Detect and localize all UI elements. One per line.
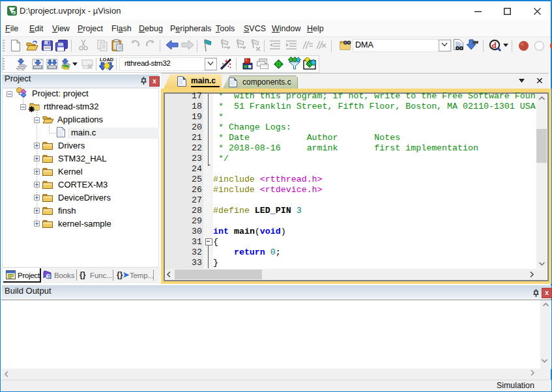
svg-text:?: ?	[47, 273, 50, 279]
svg-text:d: d	[492, 40, 497, 50]
svg-text:5: 5	[13, 10, 16, 16]
